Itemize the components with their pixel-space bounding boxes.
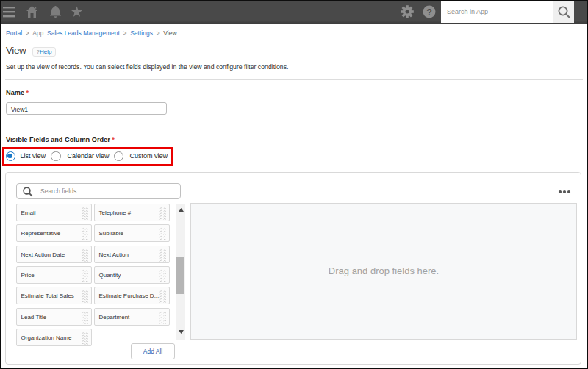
svg-text:?: ?: [426, 7, 432, 18]
